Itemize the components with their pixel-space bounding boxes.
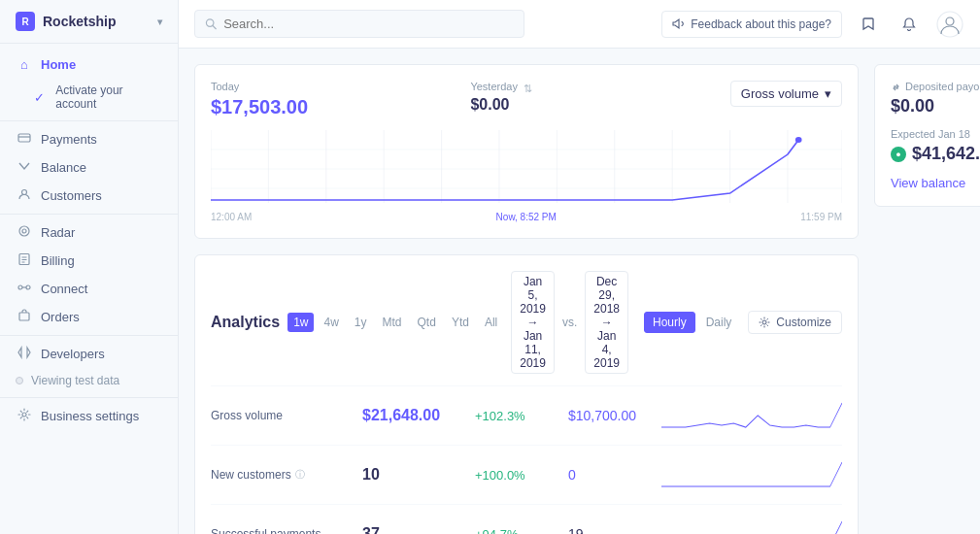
sidebar-item-home[interactable]: ⌂ Home — [0, 51, 178, 78]
brand-chevron-icon: ▾ — [157, 17, 162, 27]
sidebar-item-customers[interactable]: Customers — [0, 182, 178, 210]
date-range: Jan 5, 2019 → Jan 11, 2019 vs. Dec 29, 2… — [511, 271, 740, 374]
main: Feedback about this page? Today $17,503.… — [179, 0, 980, 534]
chart-labels: 12:00 AM Now, 8:52 PM 11:59 PM — [211, 212, 842, 222]
svg-point-4 — [22, 229, 26, 233]
svg-point-36 — [762, 320, 766, 324]
metric-row-new-customers: New customers ⓘ 10 +100.0% 0 — [211, 445, 842, 504]
radar-icon — [16, 224, 33, 241]
search-input[interactable] — [223, 17, 514, 31]
sidebar-item-business[interactable]: Business settings — [0, 402, 178, 430]
sidebar-business-label: Business settings — [41, 409, 139, 423]
search-box[interactable] — [194, 10, 524, 38]
sidebar: R Rocketship ▾ ⌂ Home ✓ Activate your ac… — [0, 0, 179, 534]
test-dot-icon — [16, 377, 23, 384]
metric-compare-customers: 0 — [568, 467, 646, 483]
payments-icon — [16, 131, 33, 148]
svg-point-9 — [18, 285, 22, 289]
sidebar-item-connect[interactable]: Connect — [0, 275, 178, 303]
svg-marker-13 — [18, 348, 21, 357]
tab-ytd[interactable]: Ytd — [446, 313, 475, 332]
sidebar-item-radar[interactable]: Radar — [0, 218, 178, 247]
time-tabs: 1w 4w 1y Mtd Qtd Ytd All — [287, 313, 503, 332]
brand[interactable]: R Rocketship ▾ — [0, 0, 178, 44]
chart-now-label: Now, 8:52 PM — [496, 212, 557, 222]
sidebar-item-billing[interactable]: Billing — [0, 247, 178, 275]
view-balance-link[interactable]: View balance — [891, 176, 965, 190]
business-icon — [16, 408, 33, 424]
metric-name-payments: Successful payments — [211, 527, 347, 534]
metric-change-gross: +102.3% — [475, 409, 553, 423]
profile-button[interactable] — [935, 10, 964, 39]
payout-card: Deposited payouts $0.00 Expected Jan 18 … — [874, 64, 980, 207]
sidebar-item-orders[interactable]: Orders — [0, 303, 178, 331]
gear-icon — [759, 317, 770, 328]
sidebar-orders-label: Orders — [41, 310, 80, 324]
metric-row-gross-volume: Gross volume $21,648.00 +102.3% $10,700.… — [211, 385, 842, 445]
balance-icon — [16, 159, 33, 176]
billing-icon — [16, 252, 33, 269]
sidebar-item-balance[interactable]: Balance — [0, 153, 178, 182]
topbar: Feedback about this page? — [179, 0, 980, 49]
today-value: $17,503.00 — [211, 96, 439, 118]
payout-amount: $0.00 — [891, 96, 980, 117]
gross-volume-label: Gross volume — [741, 86, 819, 101]
today-label: Today — [211, 81, 439, 92]
bookmark-button[interactable] — [854, 10, 883, 39]
tab-qtd[interactable]: Qtd — [412, 313, 442, 332]
metric-row-payments: Successful payments 37 +94.7% 19 — [211, 504, 842, 534]
metric-payments-label: Successful payments — [211, 527, 321, 534]
transfer-icon — [891, 82, 901, 92]
metric-name-gross: Gross volume — [211, 409, 347, 422]
customize-button[interactable]: Customize — [748, 311, 842, 334]
connect-icon — [16, 281, 33, 297]
metric-change-payments: +94.7% — [475, 527, 553, 535]
feedback-button[interactable]: Feedback about this page? — [661, 11, 842, 38]
feedback-label: Feedback about this page? — [691, 17, 831, 31]
orders-icon — [16, 309, 33, 325]
tab-1w[interactable]: 1w — [287, 313, 314, 332]
svg-point-2 — [22, 190, 27, 195]
sort-icon: ⇅ — [524, 83, 532, 95]
date-range-button[interactable]: Jan 5, 2019 → Jan 11, 2019 — [511, 271, 555, 374]
sidebar-item-developers[interactable]: Developers — [0, 340, 178, 368]
sidebar-item-activate[interactable]: ✓ Activate your account — [0, 78, 178, 117]
sidebar-radar-label: Radar — [41, 225, 75, 240]
volume-select: Gross volume ▾ — [730, 81, 842, 107]
svg-point-19 — [946, 17, 954, 25]
volume-card: Today $17,503.00 Yesterday ⇅ $0.00 Gross… — [194, 64, 859, 239]
analytics-title: Analytics — [211, 314, 280, 331]
svg-point-10 — [26, 285, 30, 289]
sidebar-customers-label: Customers — [41, 188, 102, 203]
tab-1y[interactable]: 1y — [349, 313, 373, 332]
topbar-right: Feedback about this page? — [661, 10, 964, 39]
bookmark-icon — [861, 17, 876, 32]
tab-daily[interactable]: Daily — [697, 312, 741, 333]
metric-name-label: Gross volume — [211, 409, 283, 422]
tab-hourly[interactable]: Hourly — [644, 312, 695, 333]
brand-icon: R — [16, 12, 35, 31]
tab-4w[interactable]: 4w — [318, 313, 344, 332]
customize-label: Customize — [776, 316, 831, 329]
tab-all[interactable]: All — [479, 313, 503, 332]
compare-range-button[interactable]: Dec 29, 2018 → Jan 4, 2019 — [585, 271, 628, 374]
payout-deposited-label: Deposited payouts — [905, 81, 980, 92]
svg-point-15 — [22, 413, 26, 417]
bell-icon — [901, 17, 917, 32]
sidebar-connect-label: Connect — [41, 282, 87, 296]
metric-value-gross: $21,648.00 — [362, 407, 459, 424]
yesterday-value: $0.00 — [470, 96, 698, 114]
tab-mtd[interactable]: Mtd — [377, 313, 408, 332]
yesterday-label: Yesterday — [470, 81, 518, 92]
payout-label: Deposited payouts — [891, 81, 980, 92]
metric-customers-label: New customers — [211, 468, 291, 482]
notifications-button[interactable] — [895, 10, 924, 39]
sidebar-developers-label: Developers — [41, 347, 105, 361]
sidebar-item-payments[interactable]: Payments — [0, 125, 178, 153]
info-icon-customers: ⓘ — [295, 468, 305, 482]
metric-change-customers: +100.0% — [475, 468, 553, 483]
brand-name: Rocketship — [43, 14, 116, 29]
sidebar-home-label: Home — [41, 57, 76, 72]
mini-chart-gross — [661, 398, 842, 433]
gross-volume-select[interactable]: Gross volume ▾ — [730, 81, 842, 107]
